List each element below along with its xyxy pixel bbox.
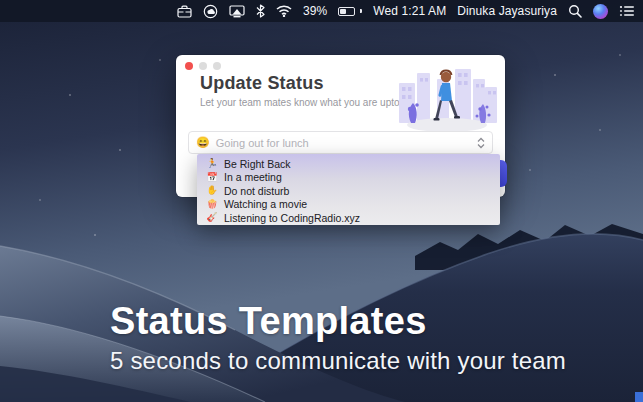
dropdown-item-be-right-back[interactable]: 🏃 Be Right Back (197, 157, 500, 171)
dropdown-item-watching-a-movie[interactable]: 🍿 Watching a movie (197, 198, 500, 212)
menu-bar-clock[interactable]: Wed 1:21 AM (373, 0, 446, 22)
search-icon[interactable] (568, 0, 582, 22)
runner-emoji-icon: 🏃 (206, 159, 218, 168)
close-window-button[interactable] (185, 62, 193, 70)
walking-person-illustration (397, 61, 499, 137)
calendar-emoji-icon: 📅 (206, 173, 218, 182)
desktop: 39% Wed 1:21 AM Dinuka Jayasuriya Update… (0, 0, 643, 402)
dropdown-item-listening-to-radio[interactable]: 🎸 Listening to CodingRadio.xyz (197, 211, 500, 225)
dropdown-item-in-a-meeting[interactable]: 📅 In a meeting (197, 171, 500, 185)
menu-bar-user-name[interactable]: Dinuka Jayasuriya (457, 0, 557, 22)
window-title: Update Status (200, 73, 324, 94)
status-input[interactable]: 😄 Going out for lunch (188, 131, 493, 154)
zoom-window-button[interactable] (213, 62, 221, 70)
guitar-emoji-icon: 🎸 (206, 213, 218, 222)
minimize-window-button[interactable] (199, 62, 207, 70)
corner-blue-chip (635, 392, 643, 402)
menu-bar: 39% Wed 1:21 AM Dinuka Jayasuriya (0, 0, 643, 22)
dropdown-stepper-icon[interactable] (477, 137, 485, 149)
dropdown-item-do-not-disturb[interactable]: ✋ Do not disturb (197, 184, 500, 198)
status-template-dropdown: 🏃 Be Right Back 📅 In a meeting ✋ Do not … (197, 154, 500, 225)
popcorn-emoji-icon: 🍿 (206, 200, 218, 209)
siri-icon[interactable] (593, 0, 608, 22)
battery-icon[interactable] (338, 0, 362, 22)
battery-percent: 39% (303, 0, 327, 22)
bluetooth-icon[interactable] (256, 0, 265, 22)
briefcase-icon[interactable] (177, 0, 192, 22)
window-controls (185, 62, 221, 70)
display-mirroring-icon[interactable] (229, 0, 245, 22)
hero-text: Status Templates 5 seconds to communicat… (110, 300, 566, 375)
wifi-icon[interactable] (276, 0, 292, 22)
hero-title: Status Templates (110, 300, 566, 343)
status-input-placeholder: Going out for lunch (216, 137, 471, 149)
creative-cloud-icon[interactable] (203, 0, 218, 22)
window-subtitle: Let your team mates know what you are up… (200, 97, 400, 108)
status-emoji-icon: 😄 (196, 137, 210, 148)
notification-list-icon[interactable] (619, 0, 635, 22)
hand-emoji-icon: ✋ (206, 186, 218, 195)
hero-subtitle: 5 seconds to communicate with your team (110, 347, 566, 375)
